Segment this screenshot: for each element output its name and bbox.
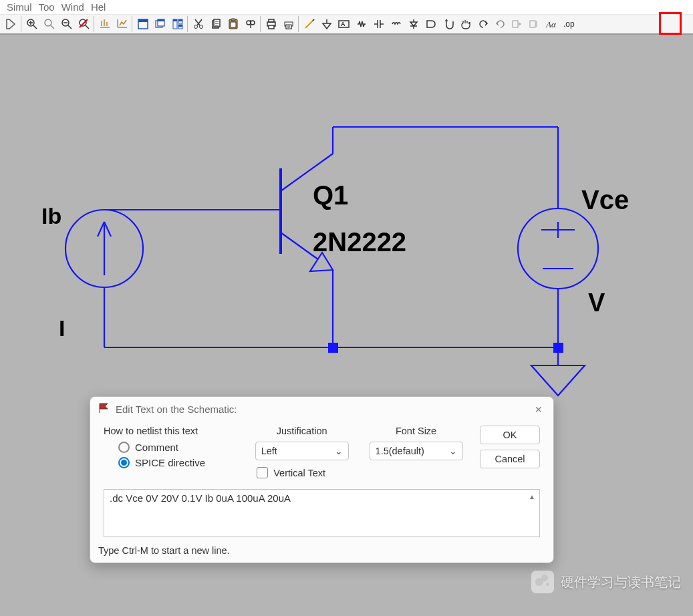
svg-point-36 [518, 208, 598, 289]
mirror-icon[interactable] [527, 16, 544, 32]
diode-icon[interactable] [405, 16, 422, 32]
svg-point-15 [194, 25, 198, 29]
svg-text:A: A [341, 21, 345, 27]
capacitor-icon[interactable] [370, 16, 388, 32]
close-icon[interactable]: ✕ [532, 403, 545, 416]
radio-comment-label: Comment [135, 442, 178, 453]
ground-icon[interactable] [318, 16, 335, 32]
label-Vce: Vce [581, 185, 629, 215]
netlist-group: How to netlist this text Comment SPICE d… [104, 426, 238, 472]
svg-point-16 [200, 25, 203, 29]
svg-rect-8 [158, 19, 164, 21]
dialog-buttons: OK Cancel [480, 426, 540, 468]
zoom-cancel-icon[interactable] [76, 16, 93, 32]
svg-rect-38 [328, 343, 338, 353]
checkbox-icon [257, 467, 268, 478]
paste-icon[interactable] [225, 16, 242, 32]
toolbar: A Aα .op [0, 15, 693, 35]
justification-combo[interactable]: Left [255, 442, 349, 460]
dialog-hint: Type Ctrl-M to start a new line. [90, 541, 553, 563]
spice-directive-icon[interactable]: .op [561, 16, 579, 32]
menu-window[interactable]: Wind [61, 1, 84, 13]
svg-text:Aα: Aα [545, 19, 557, 29]
justification-value: Left [261, 446, 277, 456]
vertical-text-label: Vertical Text [273, 468, 325, 478]
app-flag-icon [98, 402, 110, 416]
label-I: I [59, 315, 65, 341]
menu-bar: Simul Too Wind Hel [0, 0, 693, 15]
svg-rect-5 [138, 19, 148, 22]
find-icon[interactable] [242, 16, 259, 32]
zoom-in-icon[interactable] [23, 16, 41, 32]
autorange-x-icon[interactable] [96, 16, 114, 32]
move-icon[interactable] [440, 16, 457, 32]
font-size-combo[interactable]: 1.5(default) [370, 442, 463, 460]
radio-comment[interactable]: Comment [118, 442, 238, 453]
radio-spice-directive[interactable]: SPICE directive [118, 457, 238, 468]
autorange-xy-icon[interactable] [114, 16, 131, 32]
justification-group: Justification Left Vertical Text [251, 426, 352, 478]
watermark: 硬件学习与读书笔记 [531, 571, 681, 593]
svg-rect-13 [178, 19, 182, 21]
cut-icon[interactable] [190, 16, 207, 32]
print-setup-icon[interactable] [280, 16, 297, 32]
run-icon[interactable] [3, 16, 20, 32]
print-icon[interactable] [263, 16, 280, 32]
directive-text-input[interactable]: .dc Vce 0V 20V 0.1V Ib 0uA 100uA 20uA ▲ [104, 489, 540, 537]
inductor-icon[interactable] [388, 16, 405, 32]
radio-icon [118, 457, 130, 468]
menu-simulate[interactable]: Simul [7, 1, 32, 13]
edit-text-dialog: Edit Text on the Schematic: ✕ How to net… [90, 396, 554, 563]
draw-wire-icon[interactable] [301, 16, 318, 32]
rotate-icon[interactable] [509, 16, 527, 32]
cancel-button[interactable]: Cancel [480, 450, 540, 468]
window-tile-icon[interactable] [134, 16, 152, 32]
scroll-up-icon[interactable]: ▲ [526, 491, 538, 503]
label-Q1: Q1 [313, 180, 348, 210]
svg-point-23 [251, 21, 255, 25]
watermark-text: 硬件学习与读书笔记 [561, 573, 681, 591]
drag-icon[interactable] [457, 16, 474, 32]
svg-rect-26 [269, 25, 274, 29]
window-split-icon[interactable] [169, 16, 186, 32]
label-part: 2N2222 [313, 227, 406, 257]
resistor-icon[interactable] [353, 16, 370, 32]
zoom-pan-icon[interactable] [41, 16, 58, 32]
text-Aa-icon[interactable]: Aα [544, 16, 561, 32]
label-V: V [588, 289, 605, 317]
label-Ib: Ib [41, 203, 61, 229]
net-label-icon[interactable]: A [335, 16, 353, 32]
dialog-titlebar: Edit Text on the Schematic: ✕ [90, 397, 553, 422]
svg-rect-25 [269, 19, 274, 22]
gate-icon[interactable] [422, 16, 440, 32]
svg-rect-21 [231, 22, 236, 27]
svg-rect-14 [178, 25, 182, 27]
font-title: Font Size [366, 426, 466, 436]
svg-rect-12 [173, 19, 177, 21]
undo-icon[interactable] [474, 16, 492, 32]
redo-icon[interactable] [492, 16, 509, 32]
zoom-out-icon[interactable] [58, 16, 76, 32]
radio-spice-label: SPICE directive [135, 457, 205, 468]
menu-tools[interactable]: Too [39, 1, 55, 13]
copy-icon[interactable] [207, 16, 225, 32]
window-cascade-icon[interactable] [152, 16, 169, 32]
wechat-icon [531, 571, 554, 593]
radio-icon [118, 442, 130, 453]
menu-help[interactable]: Hel [91, 1, 106, 13]
dialog-title: Edit Text on the Schematic: [116, 404, 237, 415]
svg-rect-32 [513, 21, 518, 27]
svg-rect-20 [231, 19, 235, 21]
ok-button[interactable]: OK [480, 426, 540, 444]
svg-rect-33 [530, 21, 535, 27]
svg-rect-29 [286, 25, 291, 29]
svg-text:.op: .op [563, 19, 575, 29]
svg-point-22 [247, 21, 251, 25]
font-group: Font Size 1.5(default) [366, 426, 466, 467]
justification-title: Justification [251, 426, 352, 436]
svg-point-1 [45, 19, 51, 26]
vertical-text-checkbox[interactable]: Vertical Text [257, 467, 352, 478]
svg-rect-39 [553, 343, 563, 353]
font-value: 1.5(default) [376, 446, 424, 456]
directive-text-value: .dc Vce 0V 20V 0.1V Ib 0uA 100uA 20uA [110, 492, 291, 504]
